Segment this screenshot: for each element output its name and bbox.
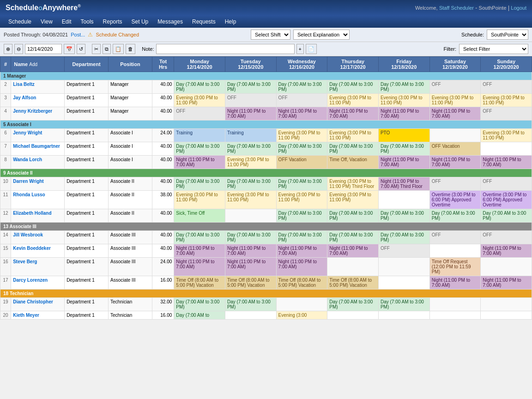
employee-name[interactable]: Darcy Lorenzen <box>11 276 65 290</box>
shift-cell-sun[interactable] <box>481 311 532 320</box>
add-btn[interactable]: ⊕ <box>4 44 12 54</box>
shift-cell-wed[interactable]: Day (7:00 AM to 3:00 PM) <box>276 231 327 244</box>
nav-edit[interactable]: Edit <box>57 16 76 28</box>
employee-name[interactable]: Steve Berg <box>11 258 65 276</box>
shift-cell-fri[interactable]: Night (11:00 PM to 7:00 AM) Third Floor <box>378 177 429 191</box>
shift-cell-mon[interactable]: Day (7:00 AM to <box>174 311 225 320</box>
shift-cell-sun[interactable] <box>481 258 532 276</box>
note-add-btn[interactable]: + <box>296 44 304 54</box>
shift-cell-sat[interactable]: OFF <box>429 177 481 191</box>
shift-cell-tue[interactable]: Night (11:00 PM to 7:00 AM) <box>225 107 276 121</box>
shift-cell-sat[interactable] <box>429 298 481 311</box>
shift-cell-tue[interactable]: Night (11:00 PM to 7:00 AM) <box>225 244 276 258</box>
shift-cell-thu[interactable]: Day (7:00 AM to 3:00 PM) <box>327 298 379 311</box>
shift-cell-wed[interactable]: Evening (3:00 PM to 11:00 PM) <box>276 129 327 142</box>
shift-cell-mon[interactable]: Day (7:00 AM to 3:00 PM) <box>174 298 225 311</box>
shift-cell-sun[interactable]: Evening (3:00 PM to 11:00 PM) <box>481 94 532 107</box>
shift-cell-sun[interactable]: OFF <box>481 231 532 244</box>
nav-tools[interactable]: Tools <box>76 16 98 28</box>
shift-cell-fri[interactable]: Night (11:00 PM to 7:00 AM) <box>378 107 429 121</box>
employee-name[interactable]: Darren Wright <box>11 177 65 191</box>
shift-cell-fri[interactable] <box>378 276 429 290</box>
shift-cell-sat[interactable]: Evening (3:00 PM to 11:00 PM) <box>429 94 481 107</box>
shift-cell-tue[interactable]: Evening (3:00 PM to 11:00 PM) <box>225 191 276 209</box>
shift-cell-thu[interactable]: Day (7:00 AM to 3:00 PM) <box>327 80 379 94</box>
shift-cell-sun[interactable]: Night (11:00 PM to 7:00 AM) <box>481 244 532 258</box>
shift-cell-wed[interactable] <box>276 298 327 311</box>
shift-cell-wed[interactable]: Day (7:00 AM to 3:00 PM) <box>276 209 327 223</box>
shift-cell-wed[interactable]: Evening (3:00 <box>276 311 327 320</box>
shift-cell-fri[interactable]: PTO <box>378 129 429 142</box>
shift-cell-mon[interactable]: OFF <box>174 107 225 121</box>
schedule-select[interactable]: SouthPointe <box>487 30 528 40</box>
shift-cell-sun[interactable] <box>481 142 532 156</box>
shift-cell-sun[interactable]: Night (11:00 PM to 7:00 AM) <box>481 156 532 169</box>
shift-cell-fri[interactable]: Day (7:00 AM to 3:00 PM) <box>378 209 429 223</box>
shift-cell-wed[interactable]: Evening (3:00 PM to 11:00 PM) <box>276 191 327 209</box>
shift-cell-wed[interactable]: OFF <box>276 94 327 107</box>
shift-cell-wed[interactable]: Day (7:00 AM to 3:00 PM) <box>276 177 327 191</box>
shift-cell-tue[interactable]: Day (7:00 AM to 3:00 PM) <box>225 298 276 311</box>
shift-cell-sun[interactable]: OFF <box>481 107 532 121</box>
shift-cell-fri[interactable]: Day (7:00 AM to 3:00 PM) <box>378 298 429 311</box>
add-col-btn[interactable]: Add <box>29 62 37 67</box>
shift-cell-sun[interactable]: OFF <box>481 80 532 94</box>
employee-name[interactable]: Michael Baumgartner <box>11 142 65 156</box>
cut-btn[interactable]: ✂ <box>92 44 101 54</box>
shift-cell-fri[interactable]: Night (11:00 PM to 7:00 AM) <box>378 156 429 169</box>
prev-btn[interactable]: ⊖ <box>14 44 23 54</box>
shift-cell-mon[interactable]: Day (7:00 AM to 3:00 PM) <box>174 231 225 244</box>
shift-cell-mon[interactable]: Day (7:00 AM to 3:00 PM) <box>174 142 225 156</box>
nav-requests[interactable]: Requests <box>187 16 220 28</box>
shift-cell-thu[interactable] <box>327 311 379 320</box>
shift-cell-thu[interactable]: Day (7:00 AM to 3:00 PM) <box>327 142 379 156</box>
shift-cell-tue[interactable]: Time Off (8:00 AM to 5:00 PM) Vacation <box>225 276 276 290</box>
shift-cell-sat[interactable]: Day (7:00 AM to 3:00 PM) <box>429 209 481 223</box>
shift-cell-tue[interactable]: Day (7:00 AM to 3:00 PM) <box>225 177 276 191</box>
shift-cell-sat[interactable] <box>429 244 481 258</box>
date-input[interactable] <box>25 44 62 54</box>
select-explanation[interactable]: Select Explanation <box>293 30 350 40</box>
shift-cell-wed[interactable]: Time Off (8:00 AM to 5:00 PM) Vacation <box>276 276 327 290</box>
employee-name[interactable]: Rhonda Lusso <box>11 191 65 209</box>
calendar-btn[interactable]: 📅 <box>64 44 75 54</box>
nav-setup[interactable]: Set Up <box>127 16 153 28</box>
shift-cell-sat[interactable]: Night (11:00 PM to 7:00 AM) <box>429 107 481 121</box>
nav-reports[interactable]: Reports <box>98 16 127 28</box>
shift-cell-wed[interactable]: OFF Vacation <box>276 156 327 169</box>
shift-cell-thu[interactable]: Evening (3:00 PM to 11:00 PM) <box>327 191 379 209</box>
employee-name[interactable]: Jay Alfson <box>11 94 65 107</box>
shift-cell-wed[interactable]: Day (7:00 AM to 3:00 PM) <box>276 142 327 156</box>
employee-name[interactable]: Diane Christopher <box>11 298 65 311</box>
shift-cell-tue[interactable]: Day (7:00 AM to 3:00 PM) <box>225 142 276 156</box>
shift-cell-thu[interactable]: Night (11:00 PM to 7:00 AM) <box>327 244 379 258</box>
nav-view[interactable]: View <box>36 16 57 28</box>
shift-cell-fri[interactable] <box>378 258 429 276</box>
shift-cell-thu[interactable]: Evening (3:00 PM to 11:00 PM) <box>327 94 379 107</box>
note-view-btn[interactable]: 📄 <box>306 44 317 54</box>
shift-cell-tue[interactable]: OFF <box>225 94 276 107</box>
shift-cell-sat[interactable]: OFF Vacation <box>429 142 481 156</box>
shift-cell-mon[interactable]: Evening (3:00 PM to 11:00 PM) <box>174 191 225 209</box>
shift-cell-sun[interactable]: Day (7:00 AM to 3:00 PM) <box>481 209 532 223</box>
shift-cell-tue[interactable]: Training <box>225 129 276 142</box>
shift-cell-mon[interactable]: Day (7:00 AM to 3:00 PM) <box>174 80 225 94</box>
employee-name[interactable]: Kieth Meyer <box>11 311 65 320</box>
employee-name[interactable]: Wanda Lorch <box>11 156 65 169</box>
shift-cell-sat[interactable]: Night (11:00 PM to 7:00 AM) <box>429 156 481 169</box>
shift-cell-wed[interactable]: Night (11:00 PM to 7:00 AM) <box>276 244 327 258</box>
shift-cell-mon[interactable]: Night (11:00 PM to 7:00 AM) <box>174 258 225 276</box>
nav-messages[interactable]: Messages <box>153 16 187 28</box>
employee-name[interactable]: Elizabeth Holland <box>11 209 65 223</box>
shift-cell-fri[interactable]: Day (7:00 AM to 3:00 PM) <box>378 142 429 156</box>
shift-cell-tue[interactable]: Night (11:00 PM to 7:00 AM) <box>225 258 276 276</box>
user-link[interactable]: Staff Scheduler <box>439 5 474 11</box>
shift-cell-mon[interactable]: Sick, Time Off <box>174 209 225 223</box>
shift-cell-wed[interactable]: Day (7:00 AM to 3:00 PM) <box>276 80 327 94</box>
shift-cell-tue[interactable]: Day (7:00 AM to 3:00 PM) <box>225 231 276 244</box>
shift-cell-sat[interactable]: Time Off Request (12:00 PM to 11:59 PM) <box>429 258 481 276</box>
employee-name[interactable]: Jill Wesbrook <box>11 231 65 244</box>
copy-btn[interactable]: ⧉ <box>103 44 111 54</box>
filter-select[interactable]: Select Filter <box>459 44 528 54</box>
shift-cell-sat[interactable]: Overtime (3:00 PM to 6:00 PM) Approved O… <box>429 191 481 209</box>
